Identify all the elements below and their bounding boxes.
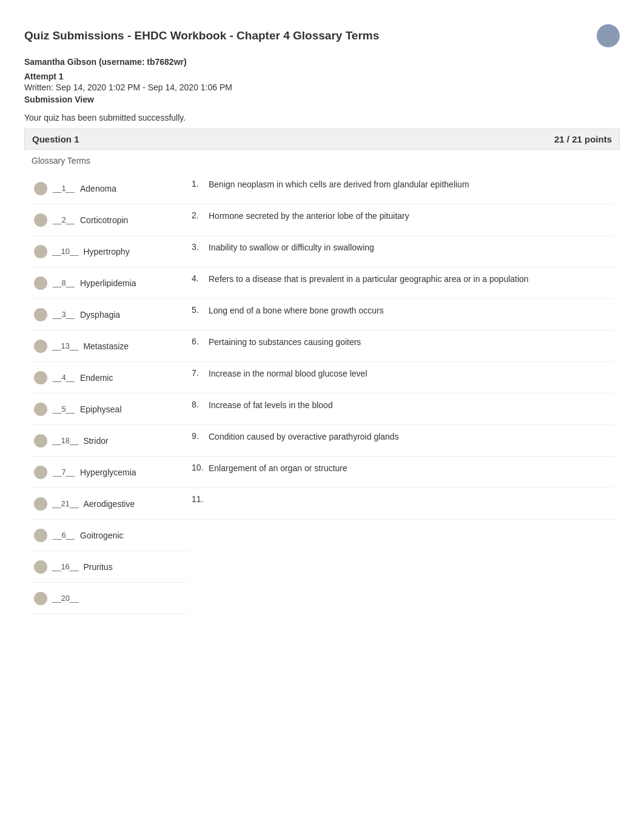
meta-info: Samantha Gibson (username: tb7682wr) Att… [24,57,620,104]
answer-blank: __20__ [52,594,78,603]
answer-term: Hyperlipidemia [80,278,136,288]
attempt-label: Attempt 1 [24,72,620,81]
answer-blank: __6__ [52,531,75,540]
answer-blank: __13__ [52,341,78,350]
answer-dot [34,340,47,353]
answer-dot [34,277,47,290]
answer-dot [34,529,47,542]
left-item: __20__ [30,583,188,614]
left-item: __6__ Goitrogenic [30,520,188,551]
question-points: 21 / 21 points [554,134,612,144]
right-item: 3. Inability to swallow or difficulty in… [188,236,614,267]
right-text: Enlargement of an organ or structure [209,463,347,475]
right-item: 8. Increase of fat levels in the blood [188,394,614,425]
answer-term: Goitrogenic [80,531,124,540]
right-number: 4. [192,273,209,283]
right-item: 9. Condition caused by overactive parath… [188,425,614,457]
right-number: 6. [192,337,209,346]
answer-dot [34,371,47,384]
right-number: 9. [192,431,209,441]
answer-blank: __3__ [52,310,75,319]
right-text: Benign neoplasm in which cells are deriv… [209,179,469,191]
answer-dot [34,213,47,227]
right-item: 2. Hormone secreted by the anterior lobe… [188,204,614,236]
answer-blank: __4__ [52,373,75,382]
answer-dot [34,434,47,448]
answer-blank: __1__ [52,184,75,193]
answer-dot [34,497,47,511]
answer-dot [34,308,47,321]
answer-term: Corticotropin [80,215,128,225]
right-text: Pertaining to substances causing goiters [209,337,361,349]
right-text: Increase of fat levels in the blood [209,400,333,412]
answer-blank: __21__ [52,499,78,508]
answer-term: Epiphyseal [80,404,122,414]
written-label: Written: Sep 14, 2020 1:02 PM - Sep 14, … [24,82,620,92]
left-item: __10__ Hypertrophy [30,236,188,267]
answer-blank: __8__ [52,278,75,287]
answer-dot [34,592,47,605]
right-text: Hormone secreted by the anterior lobe of… [209,210,409,223]
right-text: Inability to swallow or difficulty in sw… [209,242,374,254]
right-number: 10. [192,463,209,472]
avatar-icon [597,24,620,47]
answer-term: Pruritus [83,562,112,572]
left-item: __3__ Dysphagia [30,299,188,330]
right-item: 7. Increase in the normal blood glucose … [188,362,614,394]
right-item: 1. Benign neoplasm in which cells are de… [188,173,614,204]
right-number: 1. [192,179,209,189]
left-item: __18__ Stridor [30,425,188,457]
answer-blank: __7__ [52,468,75,477]
right-number: 2. [192,210,209,220]
right-item: 11. [188,488,614,520]
answer-term: Hyperglycemia [80,468,136,477]
left-item: __7__ Hyperglycemia [30,457,188,488]
left-item: __1__ Adenoma [30,173,188,204]
answer-dot [34,560,47,574]
left-item: __8__ Hyperlipidemia [30,267,188,299]
submission-view-label: Submission View [24,95,620,104]
answer-dot [34,466,47,479]
question-label: Question 1 [32,134,79,144]
page-title: Quiz Submissions - EHDC Workbook - Chapt… [24,24,620,47]
answer-term: Stridor [83,436,108,446]
answer-blank: __2__ [52,215,75,224]
right-item: 5. Long end of a bone where bone growth … [188,299,614,330]
right-number: 11. [192,494,209,504]
right-item: 6. Pertaining to substances causing goit… [188,330,614,362]
answer-term: Dysphagia [80,310,120,320]
right-number: 8. [192,400,209,409]
right-text: Long end of a bone where bone growth occ… [209,305,384,317]
right-item: 10. Enlargement of an organ or structure [188,457,614,488]
right-column: 1. Benign neoplasm in which cells are de… [188,173,614,614]
right-text: Increase in the normal blood glucose lev… [209,368,367,380]
right-text: Condition caused by overactive parathyro… [209,431,399,443]
left-item: __13__ Metastasize [30,330,188,362]
answer-blank: __18__ [52,436,78,445]
answer-dot [34,403,47,416]
left-item: __21__ Aerodigestive [30,488,188,520]
right-number: 7. [192,368,209,378]
answer-term: Adenoma [80,184,116,193]
answer-term: Hypertrophy [83,247,129,257]
right-item: 4. Refers to a disease that is prevalent… [188,267,614,299]
username-label: Samantha Gibson (username: tb7682wr) [24,57,620,67]
answer-blank: __16__ [52,562,78,571]
answer-blank: __5__ [52,404,75,414]
left-item: __5__ Epiphyseal [30,394,188,425]
answer-term: Metastasize [83,341,129,351]
success-message: Your quiz has been submitted successfull… [24,113,620,122]
matching-container: __1__ Adenoma __2__ Corticotropin __10__… [30,173,614,614]
answer-term: Endemic [80,373,113,383]
answer-blank: __10__ [52,247,78,256]
answer-dot [34,245,47,258]
right-number: 5. [192,305,209,315]
answer-term: Aerodigestive [83,499,135,509]
glossary-label: Glossary Terms [32,156,620,166]
left-column: __1__ Adenoma __2__ Corticotropin __10__… [30,173,188,614]
answer-dot [34,182,47,195]
question-header: Question 1 21 / 21 points [24,129,620,150]
right-number: 3. [192,242,209,252]
left-item: __16__ Pruritus [30,551,188,583]
right-text: Refers to a disease that is prevalent in… [209,273,529,286]
